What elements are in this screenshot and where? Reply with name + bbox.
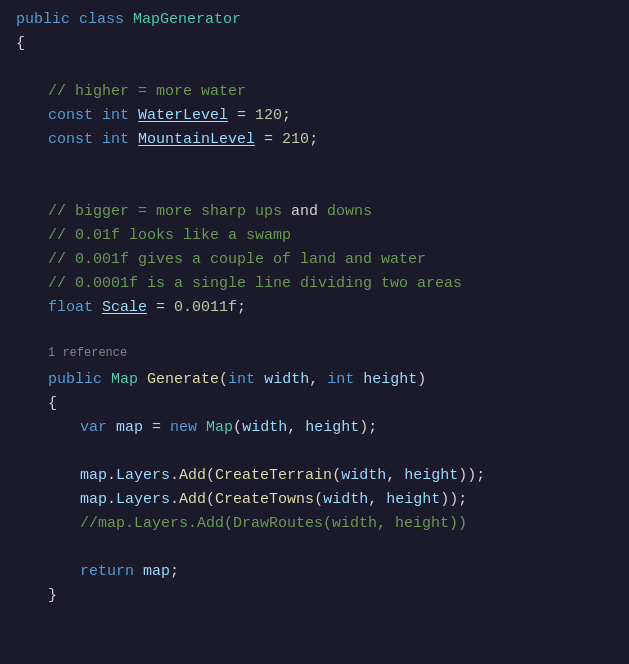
- class-name: MapGenerator: [133, 8, 241, 32]
- line-comment1: // higher = more water: [0, 80, 629, 104]
- keyword-public: public: [16, 8, 70, 32]
- comment-higher: // higher = more water: [48, 80, 246, 104]
- line-comment2: // bigger = more sharp ups and downs: [0, 200, 629, 224]
- line-scale: float Scale = 0.0011f ;: [0, 296, 629, 320]
- line-var-map: var map = new Map ( width , height );: [0, 416, 629, 440]
- line-comment-routes: //map.Layers.Add(DrawRoutes(width, heigh…: [0, 512, 629, 536]
- line-open-brace2: {: [0, 392, 629, 416]
- line-comment3: // 0.01f looks like a swamp: [0, 224, 629, 248]
- line-comment5: // 0.0001f is a single line dividing two…: [0, 272, 629, 296]
- code-editor: public class MapGenerator { // higher = …: [0, 0, 629, 664]
- empty-line-6: [0, 536, 629, 560]
- line-open-brace: {: [0, 32, 629, 56]
- line-mountain-level: const int MountainLevel = 210 ;: [0, 128, 629, 152]
- line-water-level: const int WaterLevel = 120 ;: [0, 104, 629, 128]
- reference-count: 1 reference: [48, 344, 127, 363]
- empty-line-5: [0, 440, 629, 464]
- keyword-class: class: [79, 8, 124, 32]
- line-add-terrain: map . Layers . Add ( CreateTerrain ( wid…: [0, 464, 629, 488]
- line-add-towns: map . Layers . Add ( CreateTowns ( width…: [0, 488, 629, 512]
- line-class-decl: public class MapGenerator: [0, 8, 629, 32]
- line-return: return map ;: [0, 560, 629, 584]
- line-comment4: // 0.001f gives a couple of land and wat…: [0, 248, 629, 272]
- line-close-brace: }: [0, 584, 629, 608]
- line-method-sig: public Map Generate ( int width , int he…: [0, 368, 629, 392]
- empty-line-1: [0, 56, 629, 80]
- empty-line-4: [0, 320, 629, 344]
- empty-line-3: [0, 176, 629, 200]
- line-ref-label: 1 reference: [0, 344, 629, 368]
- empty-line-2: [0, 152, 629, 176]
